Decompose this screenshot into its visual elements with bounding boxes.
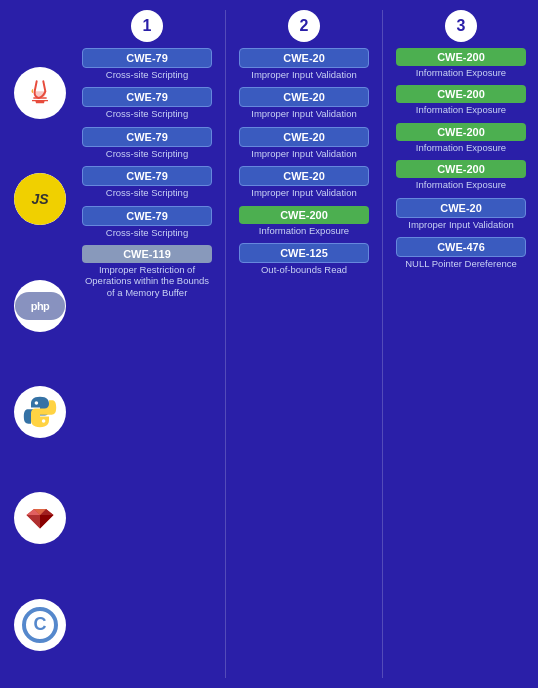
cwe-badge: CWE-79 [82, 87, 212, 107]
cwe-badge: CWE-20 [239, 127, 369, 147]
rank-2-entry-3: CWE-20 Improper Input Validation [232, 166, 376, 201]
ranked-columns: 1 CWE-79 Cross-site Scripting CWE-79 Cro… [75, 10, 533, 678]
cwe-badge: CWE-200 [396, 48, 526, 66]
cwe-label: Improper Input Validation [239, 108, 369, 119]
svg-point-0 [35, 401, 39, 405]
rank-2-entries: CWE-20 Improper Input Validation CWE-20 … [232, 48, 376, 280]
rank-1-entry-3: CWE-79 Cross-site Scripting [75, 166, 219, 201]
cwe-badge: CWE-20 [239, 166, 369, 186]
cwe-label: Information Exposure [239, 225, 369, 236]
rank-3-column: 3 CWE-200 Information Exposure CWE-200 I… [389, 10, 533, 678]
divider-2-3 [382, 10, 383, 678]
cwe-badge: CWE-20 [396, 198, 526, 218]
rank-3-entry-0: CWE-200 Information Exposure [389, 48, 533, 81]
cwe-label: Improper Input Validation [396, 219, 526, 230]
cwe-label: Information Exposure [396, 67, 526, 78]
c-label: C [22, 607, 58, 643]
cwe-badge: CWE-79 [82, 166, 212, 186]
cwe-label: Cross-site Scripting [82, 108, 212, 119]
rank-1-entry-4: CWE-79 Cross-site Scripting [75, 206, 219, 241]
rank-2-badge: 2 [288, 10, 320, 42]
rank-2-entry-2: CWE-20 Improper Input Validation [232, 127, 376, 162]
main-container: JS php [0, 0, 538, 688]
cwe-label: Cross-site Scripting [82, 69, 212, 80]
cwe-label: Improper Input Validation [239, 69, 369, 80]
javascript-icon: JS [14, 173, 66, 225]
python-icon [14, 386, 66, 438]
cwe-badge: CWE-79 [82, 48, 212, 68]
cwe-label: Cross-site Scripting [82, 227, 212, 238]
divider-1-2 [225, 10, 226, 678]
cwe-label: Improper Input Validation [239, 148, 369, 159]
cwe-label: Information Exposure [396, 142, 526, 153]
cwe-badge: CWE-20 [239, 48, 369, 68]
js-label: JS [31, 191, 48, 207]
java-icon [14, 67, 66, 119]
php-icon: php [14, 280, 66, 332]
rank-1-entries: CWE-79 Cross-site Scripting CWE-79 Cross… [75, 48, 219, 303]
cwe-label: Cross-site Scripting [82, 187, 212, 198]
cwe-badge: CWE-119 [82, 245, 212, 263]
rank-1-entry-5: CWE-119 Improper Restriction of Operatio… [75, 245, 219, 301]
rank-3-entry-2: CWE-200 Information Exposure [389, 123, 533, 156]
rank-2-entry-5: CWE-125 Out-of-bounds Read [232, 243, 376, 278]
ruby-icon [14, 492, 66, 544]
cwe-label: Information Exposure [396, 179, 526, 190]
cwe-label: Out-of-bounds Read [239, 264, 369, 275]
rank-1-entry-2: CWE-79 Cross-site Scripting [75, 127, 219, 162]
rank-2-entry-4: CWE-200 Information Exposure [232, 206, 376, 239]
cwe-badge: CWE-125 [239, 243, 369, 263]
rank-1-entry-1: CWE-79 Cross-site Scripting [75, 87, 219, 122]
cwe-badge: CWE-79 [82, 206, 212, 226]
rank-2-column: 2 CWE-20 Improper Input Validation CWE-2… [232, 10, 376, 678]
rank-3-entry-4: CWE-20 Improper Input Validation [389, 198, 533, 233]
svg-point-1 [42, 419, 46, 423]
rank-3-entry-3: CWE-200 Information Exposure [389, 160, 533, 193]
cwe-label: Improper Restriction of Operations withi… [82, 264, 212, 298]
rank-2-entry-0: CWE-20 Improper Input Validation [232, 48, 376, 83]
rank-3-badge: 3 [445, 10, 477, 42]
cwe-badge: CWE-200 [396, 123, 526, 141]
cwe-label: NULL Pointer Dereference [396, 258, 526, 269]
cwe-label: Cross-site Scripting [82, 148, 212, 159]
cwe-badge: CWE-200 [396, 85, 526, 103]
svg-marker-7 [40, 515, 54, 529]
cwe-badge: CWE-79 [82, 127, 212, 147]
rank-2-entry-1: CWE-20 Improper Input Validation [232, 87, 376, 122]
rank-3-entries: CWE-200 Information Exposure CWE-200 Inf… [389, 48, 533, 274]
language-column: JS php [5, 10, 75, 678]
cwe-label: Improper Input Validation [239, 187, 369, 198]
cwe-label: Information Exposure [396, 104, 526, 115]
rank-3-entry-5: CWE-476 NULL Pointer Dereference [389, 237, 533, 272]
rank-3-entry-1: CWE-200 Information Exposure [389, 85, 533, 118]
c-icon: C [14, 599, 66, 651]
php-label: php [31, 300, 50, 312]
cwe-badge: CWE-200 [396, 160, 526, 178]
rank-1-badge: 1 [131, 10, 163, 42]
cwe-badge: CWE-200 [239, 206, 369, 224]
rank-1-entry-0: CWE-79 Cross-site Scripting [75, 48, 219, 83]
cwe-badge: CWE-20 [239, 87, 369, 107]
svg-marker-6 [27, 515, 41, 529]
rank-1-column: 1 CWE-79 Cross-site Scripting CWE-79 Cro… [75, 10, 219, 678]
cwe-badge: CWE-476 [396, 237, 526, 257]
